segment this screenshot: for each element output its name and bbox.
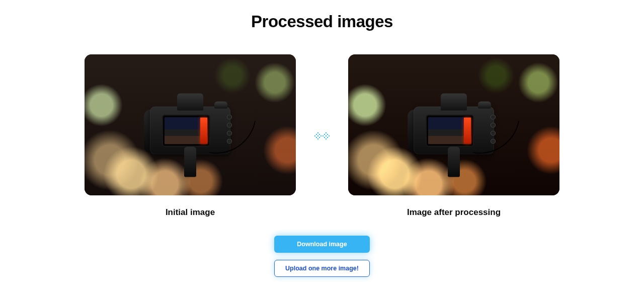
initial-image [85, 54, 296, 195]
svg-point-5 [317, 138, 318, 139]
initial-image-caption: Initial image [166, 207, 215, 218]
svg-point-4 [317, 135, 318, 136]
page-title: Processed images [0, 12, 644, 31]
arrow-right-icon [312, 126, 332, 146]
svg-point-15 [327, 134, 328, 135]
after-panel: Image after processing [348, 54, 559, 218]
svg-point-7 [319, 137, 320, 138]
svg-point-17 [329, 135, 330, 136]
svg-point-6 [319, 134, 320, 135]
download-button[interactable]: Download image [274, 236, 370, 253]
svg-point-14 [326, 138, 327, 139]
svg-point-1 [316, 134, 317, 135]
svg-point-8 [320, 135, 321, 136]
svg-point-10 [324, 134, 325, 135]
svg-point-2 [316, 137, 317, 138]
processed-image [348, 54, 559, 195]
processed-image-caption: Image after processing [407, 207, 501, 218]
svg-point-9 [323, 135, 324, 136]
before-panel: Initial image [85, 54, 296, 218]
svg-point-13 [326, 135, 327, 136]
actions: Download image Upload one more image! [0, 236, 644, 277]
svg-point-3 [317, 132, 318, 133]
upload-more-button[interactable]: Upload one more image! [274, 260, 370, 277]
svg-point-16 [327, 137, 328, 138]
svg-point-12 [326, 132, 327, 133]
svg-point-11 [324, 137, 325, 138]
compare-row: Initial image [0, 54, 644, 218]
svg-point-0 [314, 135, 315, 136]
